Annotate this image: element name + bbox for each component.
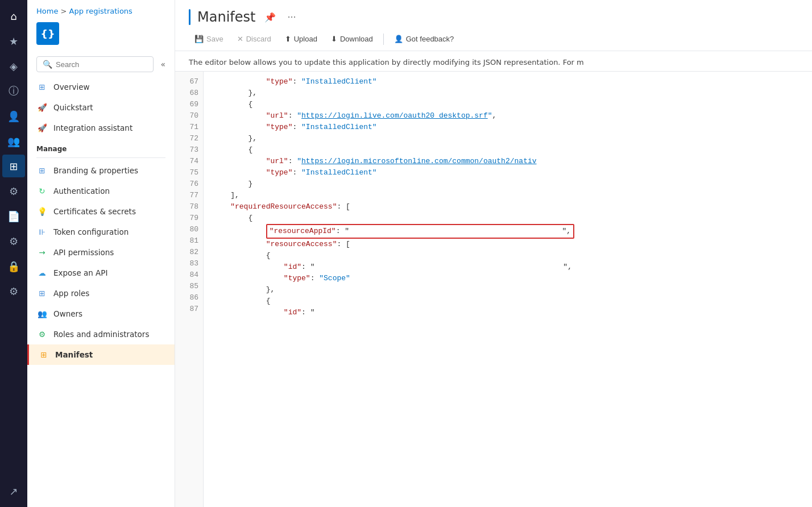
auth-icon: ↻ [36, 185, 48, 197]
approles-label: App roles [53, 289, 89, 298]
manage-divider [36, 157, 165, 158]
owners-icon: 👥 [36, 308, 48, 319]
sidebar-item-expose[interactable]: ☁ Expose an API [27, 263, 175, 283]
rail-home-icon[interactable]: ⌂ [2, 5, 25, 27]
rail-group-icon[interactable]: 👥 [2, 130, 25, 152]
overview-label: Overview [53, 82, 90, 92]
download-icon: ⬇ [331, 35, 337, 43]
rail-settings2-icon[interactable]: ⚙ [2, 180, 25, 202]
code-line-75: "type": "InstalledClient" [213, 167, 812, 178]
sidebar-item-api[interactable]: → API permissions [27, 242, 175, 263]
api-icon: → [36, 247, 48, 258]
rail-gear-icon[interactable]: ⚙ [2, 230, 25, 252]
download-button[interactable]: ⬇ Download [325, 32, 379, 46]
rail-lock-icon[interactable]: 🔒 [2, 255, 25, 277]
code-line-74: "url": "https://login.microsoftonline.co… [213, 156, 812, 167]
code-line-73: { [213, 144, 812, 156]
rolesadmin-label: Roles and administrators [53, 330, 149, 339]
sidebar-item-branding[interactable]: ⊞ Branding & properties [27, 160, 175, 181]
sidebar-item-certs[interactable]: 💡 Certificates & secrets [27, 201, 175, 222]
sidebar-item-manifest[interactable]: ⊞ Manifest [27, 344, 175, 365]
rail-bottom-icon[interactable]: ↗ [2, 480, 25, 502]
code-line-70: "url": "https://login.live.com/oauth20_d… [213, 110, 812, 122]
code-line-86: { [213, 296, 812, 307]
save-button[interactable]: 💾 Save [189, 32, 229, 46]
rail-info-icon[interactable]: ⓘ [2, 80, 25, 102]
quickstart-label: Quickstart [53, 103, 93, 112]
breadcrumb-separator: > [61, 7, 69, 15]
code-line-83: "id": " ", [213, 261, 812, 273]
code-line-82: { [213, 250, 812, 261]
branding-label: Branding & properties [53, 166, 138, 175]
rail-apps-icon[interactable]: ⊞ [2, 155, 25, 177]
url-ms-link[interactable]: https://login.microsoftonline.com/common… [301, 157, 536, 165]
title-divider [189, 9, 190, 25]
page-title-row: Manifest 📌 ··· [189, 9, 798, 25]
sidebar-top: Home > App registrations {} [27, 0, 175, 56]
rolesadmin-icon: ⚙ [36, 329, 48, 340]
sidebar-item-token[interactable]: ⊪ Token configuration [27, 222, 175, 242]
sidebar-item-rolesadmin[interactable]: ⚙ Roles and administrators [27, 324, 175, 344]
highlight-resource-app-id: "resourceAppId": " ", [266, 224, 575, 239]
save-icon: 💾 [194, 35, 204, 43]
discard-icon: ✕ [237, 35, 243, 43]
rail-doc-icon[interactable]: 📄 [2, 205, 25, 227]
breadcrumb-section[interactable]: App registrations [69, 7, 132, 15]
code-line-68: }, [213, 88, 812, 99]
code-line-71: "type": "InstalledClient" [213, 122, 812, 133]
pin-icon[interactable]: 📌 [262, 11, 278, 24]
sidebar-item-overview[interactable]: ⊞ Overview [27, 77, 175, 97]
sidebar-item-authentication[interactable]: ↻ Authentication [27, 181, 175, 201]
auth-label: Authentication [53, 186, 110, 196]
main-header: Manifest 📌 ··· 💾 Save ✕ Discard ⬆ Upload… [175, 0, 812, 51]
code-line-67: "type": "InstalledClient" [213, 76, 812, 88]
search-box[interactable]: 🔍 [36, 56, 154, 72]
code-line-81: "resourceAccess": [ [213, 239, 812, 250]
quickstart-icon: 🚀 [36, 102, 48, 113]
url-live-link[interactable]: https://login.live.com/oauth20_desktop.s… [301, 111, 488, 120]
code-line-79: { [213, 213, 812, 224]
code-line-78: "requiredResourceAccess": [ [213, 201, 812, 213]
owners-label: Owners [53, 309, 82, 318]
code-line-87: "id": " [213, 307, 812, 318]
integration-label: Integration assistant [53, 123, 132, 132]
search-icon: 🔍 [43, 60, 52, 69]
toolbar: 💾 Save ✕ Discard ⬆ Upload ⬇ Download 👤 G… [189, 32, 798, 51]
sidebar-item-quickstart[interactable]: 🚀 Quickstart [27, 97, 175, 118]
discard-button[interactable]: ✕ Discard [231, 32, 277, 46]
sidebar: Home > App registrations {} 🔍 « ⊞ Overvi… [27, 0, 175, 507]
sidebar-item-integration[interactable]: 🚀 Integration assistant [27, 118, 175, 138]
token-label: Token configuration [53, 227, 129, 236]
branding-icon: ⊞ [36, 165, 48, 176]
sidebar-item-approles[interactable]: ⊞ App roles [27, 283, 175, 304]
upload-icon: ⬆ [285, 35, 291, 43]
icon-rail: ⌂ ★ ◈ ⓘ 👤 👥 ⊞ ⚙ 📄 ⚙ 🔒 ⚙ ↗ [0, 0, 27, 507]
approles-icon: ⊞ [36, 288, 48, 299]
rail-favorites-icon[interactable]: ★ [2, 30, 25, 52]
feedback-icon: 👤 [394, 35, 403, 43]
rail-resources-icon[interactable]: ◈ [2, 55, 25, 77]
api-label: API permissions [53, 248, 114, 257]
breadcrumb-home[interactable]: Home [36, 7, 58, 15]
manage-section-label: Manage [27, 138, 175, 155]
feedback-button[interactable]: 👤 Got feedback? [388, 32, 460, 46]
rail-user-icon[interactable]: 👤 [2, 105, 25, 127]
manifest-label: Manifest [55, 350, 93, 359]
collapse-button[interactable]: « [160, 60, 165, 69]
main-content: Manifest 📌 ··· 💾 Save ✕ Discard ⬆ Upload… [175, 0, 812, 507]
code-line-80: "resourceAppId": " ", [213, 224, 812, 239]
code-line-69: { [213, 99, 812, 110]
description-text: The editor below allows you to update th… [175, 51, 812, 72]
code-line-85: }, [213, 284, 812, 296]
token-icon: ⊪ [36, 226, 48, 238]
editor-area[interactable]: 67 68 69 70 71 72 73 74 75 76 77 78 79 8… [175, 72, 812, 507]
ellipsis-icon[interactable]: ··· [285, 11, 298, 24]
search-row: 🔍 « [27, 56, 175, 72]
manifest-icon: ⊞ [38, 349, 49, 360]
sidebar-item-owners[interactable]: 👥 Owners [27, 304, 175, 324]
code-content[interactable]: "type": "InstalledClient" }, { "url": "h… [204, 72, 812, 507]
upload-button[interactable]: ⬆ Upload [279, 32, 323, 46]
expose-label: Expose an API [53, 268, 107, 277]
rail-settings3-icon[interactable]: ⚙ [2, 280, 25, 302]
search-input[interactable] [56, 60, 147, 69]
